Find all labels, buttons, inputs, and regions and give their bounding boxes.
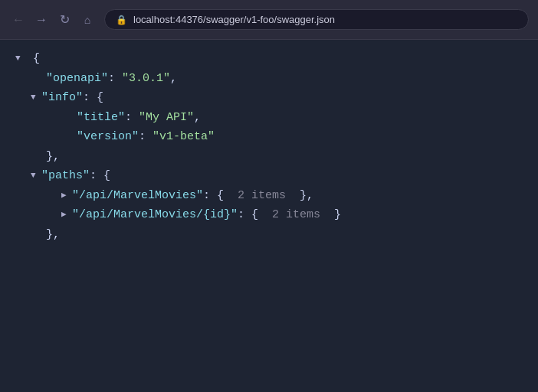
version-value: "v1-beta" bbox=[153, 127, 215, 147]
refresh-button[interactable]: ↻ bbox=[55, 11, 74, 29]
back-button[interactable]: ← bbox=[9, 11, 28, 29]
info-open: ▼ "info" : { bbox=[15, 88, 523, 108]
marvel-movies-line: ▶ "/api/MarvelMovies" : { 2 items }, bbox=[15, 186, 523, 206]
browser-chrome: ← → ↻ ⌂ 🔒 localhost:44376/swagger/v1-foo… bbox=[0, 0, 538, 40]
marvel-movies-key: "/api/MarvelMovies" bbox=[72, 186, 203, 206]
openapi-line: "openapi" : "3.0.1" , bbox=[15, 69, 523, 89]
openapi-key: "openapi" bbox=[46, 69, 108, 89]
marvel-movies-id-toggle[interactable]: ▶ bbox=[61, 207, 72, 222]
paths-close: }, bbox=[15, 225, 523, 245]
paths-toggle[interactable]: ▼ bbox=[31, 168, 41, 183]
paths-close-brace: }, bbox=[46, 225, 60, 245]
marvel-movies-items: 2 items bbox=[238, 186, 286, 206]
version-line: "version" : "v1-beta" bbox=[15, 127, 523, 147]
home-button[interactable]: ⌂ bbox=[78, 11, 97, 29]
info-close: }, bbox=[15, 147, 523, 167]
root-toggle[interactable]: ▼ bbox=[15, 51, 26, 66]
nav-buttons: ← → ↻ ⌂ bbox=[9, 11, 97, 29]
info-key: "info" bbox=[41, 88, 83, 108]
json-content: ▼ { "openapi" : "3.0.1" , ▼ "info" : { "… bbox=[0, 40, 538, 392]
title-value: "My API" bbox=[139, 108, 194, 128]
root-open: ▼ { bbox=[15, 49, 523, 69]
title-key: "title" bbox=[77, 108, 125, 128]
marvel-movies-id-items: 2 items bbox=[272, 205, 320, 225]
paths-key: "paths" bbox=[41, 166, 90, 186]
info-toggle[interactable]: ▼ bbox=[31, 90, 41, 105]
lock-icon: 🔒 bbox=[116, 15, 127, 25]
forward-button[interactable]: → bbox=[32, 11, 51, 29]
paths-open: ▼ "paths" : { bbox=[15, 166, 523, 186]
marvel-movies-id-line: ▶ "/api/MarvelMovies/{id}" : { 2 items } bbox=[15, 205, 523, 225]
version-key: "version" bbox=[77, 127, 139, 147]
info-close-brace: }, bbox=[46, 147, 60, 167]
url-text: localhost:44376/swagger/v1-foo/swagger.j… bbox=[133, 14, 335, 25]
marvel-movies-toggle[interactable]: ▶ bbox=[61, 188, 72, 203]
openapi-value: "3.0.1" bbox=[122, 69, 170, 89]
address-bar[interactable]: 🔒 localhost:44376/swagger/v1-foo/swagger… bbox=[104, 9, 529, 30]
marvel-movies-id-key: "/api/MarvelMovies/{id}" bbox=[72, 205, 238, 225]
title-line: "title" : "My API" , bbox=[15, 108, 523, 128]
